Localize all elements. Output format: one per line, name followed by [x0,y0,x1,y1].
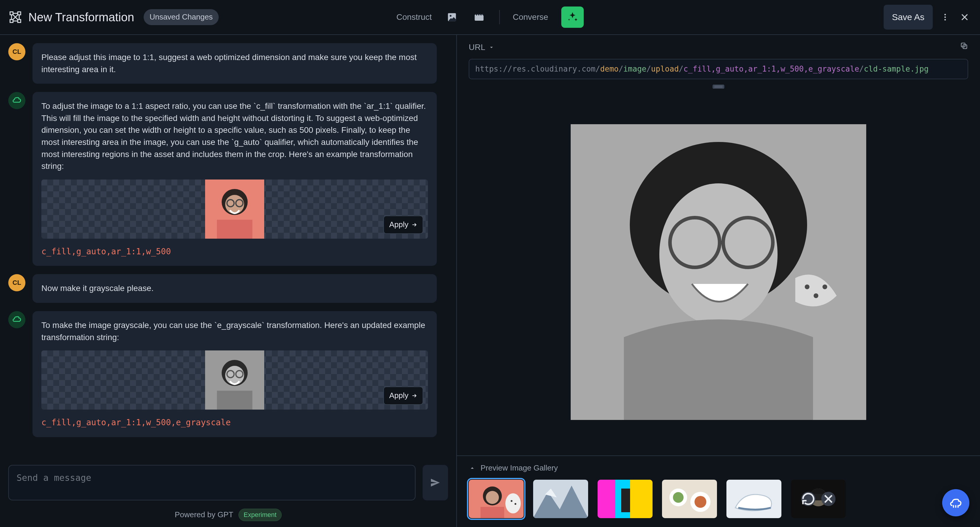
svg-rect-46 [630,480,652,518]
refresh-icon[interactable] [801,492,815,506]
resize-handle[interactable] [713,85,724,89]
assistant-message: To adjust the image to a 1:1 aspect rati… [32,92,437,266]
svg-rect-0 [10,12,13,15]
transformation-code: c_fill,g_auto,ar_1:1,w_500,e_grayscale [41,417,428,429]
thumb-color [205,179,264,239]
gallery-toggle[interactable]: Preview Image Gallery [469,463,968,474]
svg-point-51 [673,492,684,503]
svg-rect-6 [475,14,484,21]
kebab-icon[interactable] [938,10,952,24]
remove-icon[interactable] [821,492,835,506]
transformation-preview: Apply [41,179,428,239]
svg-point-9 [945,19,946,21]
gallery-thumb-3[interactable] [662,480,717,518]
url-dropdown[interactable]: URL [469,42,495,54]
copy-url-icon[interactable] [960,42,968,54]
close-icon[interactable] [958,10,972,24]
gallery-thumb-2[interactable] [598,480,652,518]
svg-point-5 [450,15,451,17]
transformation-code: c_fill,g_auto,ar_1:1,w_500 [41,246,428,258]
user-message: Please adjust this image to 1:1, suggest… [32,43,437,84]
gallery-thumb-5[interactable] [791,480,846,518]
svg-point-32 [814,293,818,298]
svg-point-7 [945,14,946,15]
svg-point-52 [695,496,706,508]
powered-by-label: Powered by GPT [175,509,233,521]
user-message: Now make it grayscale please. [32,274,437,303]
svg-rect-30 [624,337,813,420]
app-logo-icon [8,10,22,24]
transformation-preview: Apply [41,350,428,410]
thumb-gray [205,350,264,410]
apply-button[interactable]: Apply [383,386,423,405]
image-icon[interactable] [445,10,459,24]
svg-rect-15 [217,220,252,239]
message-input[interactable] [8,465,415,500]
avatar-user: CL [8,274,25,291]
svg-point-8 [945,16,946,18]
svg-rect-3 [18,19,21,22]
svg-point-40 [514,503,516,505]
experiment-badge: Experiment [239,509,282,521]
gallery-thumb-0[interactable] [469,480,524,518]
svg-point-18 [225,366,244,385]
film-icon[interactable] [472,10,486,24]
avatar-user: CL [8,43,25,60]
svg-point-36 [486,491,499,504]
svg-rect-47 [621,489,630,512]
construct-label: Construct [396,11,432,23]
avatar-bot [8,92,25,109]
unsaved-changes-badge: Unsaved Changes [144,9,219,25]
save-as-button[interactable]: Save As [884,5,933,30]
svg-rect-37 [480,507,504,518]
svg-point-39 [511,500,512,502]
svg-point-31 [805,284,810,289]
cloud-fab[interactable] [942,489,969,516]
gallery-strip [469,480,968,518]
apply-button[interactable]: Apply [383,216,423,234]
page-title: New Transformation [29,9,134,26]
gallery-thumb-1[interactable] [533,480,588,518]
avatar-bot [8,311,25,328]
svg-point-12 [225,195,244,214]
converse-sparkle-button[interactable] [561,6,584,28]
converse-label: Converse [513,11,548,23]
send-button[interactable] [423,465,448,500]
preview-image [571,124,866,420]
gallery-thumb-4[interactable] [726,480,781,518]
vertical-divider [499,10,500,24]
assistant-message: To make the image grayscale, you can use… [32,311,437,437]
url-input[interactable]: https://res.cloudinary.com/demo/image/up… [469,59,968,80]
preview-area [457,89,980,455]
svg-rect-21 [217,391,252,410]
svg-point-38 [505,493,521,513]
svg-rect-2 [10,19,13,22]
svg-point-33 [822,284,827,289]
svg-rect-1 [18,12,21,15]
chat-scroll[interactable]: CL Please adjust this image to 1:1, sugg… [0,35,456,457]
